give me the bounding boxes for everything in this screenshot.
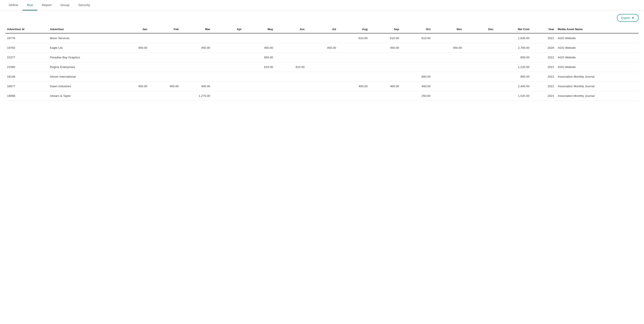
cell-year: 2021 — [531, 91, 556, 101]
cell-jul — [306, 81, 338, 91]
cell-feb — [149, 72, 180, 81]
cell-jun — [275, 91, 306, 101]
cell-media-asset-name: Association Monthly Journal — [556, 91, 639, 101]
cell-dec — [464, 91, 495, 101]
cell-advertiser-id: 18977 — [5, 81, 48, 91]
cell-year: 2021 — [531, 53, 556, 62]
cell-may — [244, 72, 275, 81]
export-button[interactable]: Export ▼ — [617, 14, 639, 22]
cell-net-cost: 800.00 — [495, 72, 531, 81]
col-header-media-asset-name: Media Asset Name — [556, 25, 639, 33]
cell-nov — [432, 62, 464, 72]
cell-feb — [149, 91, 180, 101]
cell-jan: 450.00 — [118, 43, 149, 53]
cell-aug: 610.00 — [338, 33, 369, 43]
cell-mar: 450.00 — [180, 43, 212, 53]
col-header-apr: Apr — [212, 25, 244, 33]
cell-aug — [338, 62, 369, 72]
cell-mar — [180, 53, 212, 62]
cell-dec — [464, 72, 495, 81]
col-header-jul: Jul — [306, 25, 338, 33]
cell-sep: 400.00 — [369, 81, 401, 91]
cell-may — [244, 81, 275, 91]
cell-may — [244, 91, 275, 101]
cell-dec — [464, 81, 495, 91]
cell-year: 2021 — [531, 33, 556, 43]
cell-aug — [338, 43, 369, 53]
cell-net-cost: 1,830.00 — [495, 33, 531, 43]
cell-jul — [306, 72, 338, 81]
col-header-aug: Aug — [338, 25, 369, 33]
cell-sep — [369, 91, 401, 101]
cell-advertiser-id: 19782 — [5, 43, 48, 53]
cell-advertiser: Moon Services — [48, 33, 118, 43]
export-label: Export — [621, 16, 630, 20]
cell-jul — [306, 62, 338, 72]
cell-jan — [118, 62, 149, 72]
cell-apr — [212, 72, 244, 81]
cell-jun — [275, 72, 306, 81]
table-row: 19782Eagle Ltd.450.00450.00450.00450.004… — [5, 43, 639, 53]
cell-jan: 400.00 — [118, 81, 149, 91]
table-row: 22377Paradise Bay Graphics650.00650.0020… — [5, 53, 639, 62]
col-header-net-cost: Net Cost — [495, 25, 531, 33]
cell-jan — [118, 72, 149, 81]
tab-security[interactable]: Security — [74, 0, 94, 10]
cell-jun — [275, 33, 306, 43]
tab-define[interactable]: Define — [4, 0, 22, 10]
top-nav: Define Run Report Group Security — [0, 0, 644, 10]
cell-dec — [464, 43, 495, 53]
cell-mar: 400.00 — [180, 81, 212, 91]
cell-mar — [180, 62, 212, 72]
cell-may: 450.00 — [244, 43, 275, 53]
cell-media-asset-name: Association Monthly Journal — [556, 81, 639, 91]
cell-oct — [401, 53, 432, 62]
table-container: Advertiser Id Advertiser Jan Feb Mar Apr… — [0, 25, 644, 106]
cell-apr — [212, 91, 244, 101]
cell-jun: 610.00 — [275, 62, 306, 72]
cell-advertiser: Ahearn & Taylor — [48, 91, 118, 101]
cell-feb — [149, 33, 180, 43]
cell-year: 2020 — [531, 43, 556, 53]
cell-feb: 400.00 — [149, 81, 180, 91]
table-row: 19778Moon Services610.00610.00610.001,83… — [5, 33, 639, 43]
table-row: 18977Dawn Industries400.00400.00400.0040… — [5, 81, 639, 91]
cell-may — [244, 33, 275, 43]
col-header-may: May — [244, 25, 275, 33]
cell-media-asset-name: AGO Website — [556, 33, 639, 43]
cell-advertiser-id: 22377 — [5, 53, 48, 62]
col-header-nov: Nov — [432, 25, 464, 33]
cell-jul — [306, 53, 338, 62]
cell-sep — [369, 72, 401, 81]
cell-jul: 450.00 — [306, 43, 338, 53]
cell-apr — [212, 62, 244, 72]
cell-advertiser: Dawn Industries — [48, 81, 118, 91]
cell-advertiser-id: 18998 — [5, 91, 48, 101]
cell-oct — [401, 43, 432, 53]
cell-sep — [369, 53, 401, 62]
cell-sep: 610.00 — [369, 33, 401, 43]
toolbar: Export ▼ — [0, 10, 644, 25]
cell-oct: 400.00 — [401, 81, 432, 91]
cell-mar — [180, 72, 212, 81]
cell-feb — [149, 43, 180, 53]
cell-dec — [464, 62, 495, 72]
col-header-jun: Jun — [275, 25, 306, 33]
cell-nov — [432, 72, 464, 81]
cell-oct — [401, 62, 432, 72]
tab-run[interactable]: Run — [22, 0, 38, 10]
cell-jun — [275, 53, 306, 62]
col-header-oct: Oct — [401, 25, 432, 33]
tab-group[interactable]: Group — [56, 0, 74, 10]
cell-sep — [369, 62, 401, 72]
cell-net-cost: 1,525.00 — [495, 91, 531, 101]
cell-year: 2021 — [531, 72, 556, 81]
cell-advertiser-id: 18149 — [5, 72, 48, 81]
data-table: Advertiser Id Advertiser Jan Feb Mar Apr… — [5, 25, 639, 101]
cell-media-asset-name: Association Monthly Journal — [556, 72, 639, 81]
cell-jan — [118, 33, 149, 43]
cell-aug — [338, 72, 369, 81]
cell-net-cost: 650.00 — [495, 53, 531, 62]
tab-report[interactable]: Report — [38, 0, 56, 10]
col-header-dec: Dec — [464, 25, 495, 33]
